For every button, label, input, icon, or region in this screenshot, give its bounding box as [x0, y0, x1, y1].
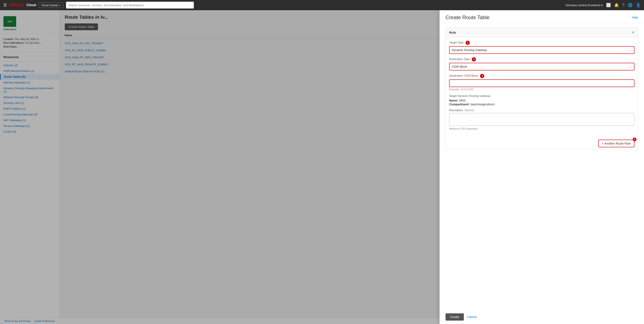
description-max-chars: Maximum 255 characters [449, 127, 634, 130]
destination-type-select[interactable]: CIDR Block Service [449, 63, 634, 70]
modal-title: Create Route Table [446, 14, 490, 20]
target-drg-compartment: Compartment: IwanHoogendoorn [449, 103, 634, 106]
region-selector[interactable]: Germany Central (Frankfurt) ▾ [566, 3, 603, 7]
destination-type-select-wrap: CIDR Block Service [449, 63, 634, 70]
rule-section-title: Rule [449, 31, 456, 34]
modal-create-button[interactable]: Create [446, 313, 464, 321]
hamburger-icon[interactable]: ☰ [4, 3, 7, 7]
target-drg-title: Target Dynamic Routing Gateway [449, 94, 634, 97]
nav-icons: ⬜ 🔔 ? 🌐 👤 [606, 3, 640, 7]
badge-1: 1 [466, 41, 470, 45]
modal-help-link[interactable]: Help [632, 16, 638, 19]
badge-4: 4 [633, 138, 636, 141]
create-route-table-modal: Create Route Table Help Rule × Target Ty… [440, 10, 644, 324]
another-route-rule-button[interactable]: + Another Route Rule [598, 140, 634, 147]
destination-cidr-label: Destination CIDR Block 3 [449, 74, 634, 78]
target-drg-section: Target Dynamic Routing Gateway Name: DRG… [449, 94, 634, 106]
destination-type-label: Destination Type 2 [449, 57, 634, 61]
badge-2: 2 [472, 57, 476, 61]
rule-body: Target Type 1 Dynamic Routing Gateway In… [446, 37, 638, 137]
description-textarea[interactable] [449, 113, 634, 126]
destination-cidr-input[interactable]: 172.16.2.0/24 [449, 79, 634, 87]
rule-section-header: Rule × [446, 28, 638, 37]
modal-cancel-button[interactable]: Cancel [467, 315, 476, 319]
cidr-example: Example: 10.0.0.0/24 [449, 88, 634, 91]
oracle-logo: ORACLE Cloud [9, 3, 36, 7]
destination-type-group: Destination Type 2 CIDR Block Service [449, 57, 634, 70]
rule-section: Rule × Target Type 1 Dynamic Routing Gat… [446, 27, 638, 149]
cloud-classic-button[interactable]: Cloud Classic > [38, 2, 64, 8]
globe-icon[interactable]: 🌐 [628, 3, 632, 7]
nav-right: Germany Central (Frankfurt) ▾ ⬜ 🔔 ? 🌐 👤 [566, 3, 640, 7]
modal-footer: Create Cancel [440, 310, 644, 324]
bell-icon[interactable]: 🔔 [614, 3, 619, 7]
modal-body: Rule × Target Type 1 Dynamic Routing Gat… [440, 23, 644, 310]
destination-cidr-group: Destination CIDR Block 3 172.16.2.0/24 E… [449, 74, 634, 91]
badge-3: 3 [480, 74, 484, 78]
modal-header: Create Route Table Help [440, 10, 644, 23]
user-icon[interactable]: 👤 [636, 3, 640, 7]
top-navigation: ☰ ORACLE Cloud Cloud Classic > Germany C… [0, 0, 644, 10]
another-rule-area: + Another Route Rule 4 [446, 137, 638, 149]
help-icon[interactable]: ? [622, 3, 624, 7]
target-type-select-wrap: Dynamic Routing Gateway Internet Gateway… [449, 46, 634, 54]
console-icon[interactable]: ⬜ [606, 3, 611, 7]
search-input[interactable] [66, 2, 194, 8]
rule-section-wrap: Rule × Target Type 1 Dynamic Routing Gat… [440, 27, 644, 149]
target-type-label: Target Type 1 [449, 41, 634, 45]
description-label: Description Optional [449, 109, 634, 112]
rule-close-button[interactable]: × [632, 30, 634, 34]
description-group: Description Optional Maximum 255 charact… [449, 109, 634, 130]
target-type-select[interactable]: Dynamic Routing Gateway Internet Gateway… [449, 46, 634, 54]
target-drg-name: Name: DRG [449, 99, 634, 102]
another-rule-btn-wrap: + Another Route Rule 4 [598, 140, 634, 147]
target-type-group: Target Type 1 Dynamic Routing Gateway In… [449, 41, 634, 54]
